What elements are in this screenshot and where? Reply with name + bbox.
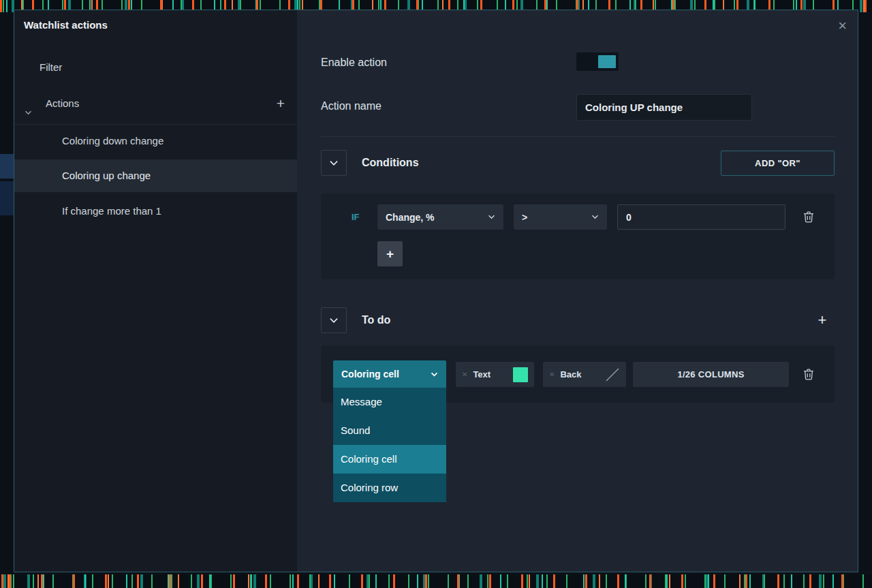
clear-icon: ✕ <box>549 371 555 378</box>
back-color-swatch-empty[interactable] <box>605 367 620 382</box>
condition-value-input[interactable] <box>617 204 785 230</box>
dropdown-option-sound[interactable]: Sound <box>333 416 446 445</box>
divider <box>321 136 835 137</box>
text-color-swatch[interactable] <box>513 367 528 382</box>
chevron-down-icon <box>481 215 495 219</box>
sidebar-item-filter[interactable]: Filter <box>14 57 297 78</box>
add-action-button[interactable]: + <box>277 92 285 115</box>
add-todo-button[interactable]: + <box>810 308 835 332</box>
back-color-button[interactable]: ✕ Back <box>543 362 626 387</box>
chevron-down-icon <box>329 318 339 324</box>
chevron-down-icon <box>329 160 339 166</box>
action-name-input[interactable] <box>576 94 752 121</box>
todo-type-dropdown[interactable]: Coloring cell <box>333 360 446 388</box>
if-label: IF <box>352 204 360 230</box>
chevron-down-icon <box>585 215 599 219</box>
dropdown-option-coloring-cell[interactable]: Coloring cell <box>333 445 446 474</box>
dropdown-option-message[interactable]: Message <box>333 388 446 416</box>
sidebar-group-label: Actions <box>46 92 79 115</box>
todo-type-dropdown-menu: Message Sound Coloring cell Coloring row <box>333 388 446 502</box>
todo-type-value: Coloring cell <box>341 369 399 380</box>
app-background: Watchlist actions Filter Actions + Color… <box>0 0 872 588</box>
chevron-down-icon <box>25 100 32 123</box>
delete-condition-button[interactable] <box>796 204 821 230</box>
conditions-title: Conditions <box>362 150 419 176</box>
dropdown-option-coloring-row[interactable]: Coloring row <box>333 474 446 502</box>
sidebar-group-actions[interactable]: Actions + <box>14 92 297 115</box>
add-condition-button[interactable]: + <box>377 241 403 266</box>
todo-title: To do <box>362 307 390 333</box>
condition-card: IF Change, % > <box>321 194 835 279</box>
background-watchlist-row <box>0 181 15 215</box>
enable-action-label: Enable action <box>321 57 387 69</box>
action-name-label: Action name <box>321 100 382 112</box>
close-icon[interactable]: × <box>838 18 847 33</box>
delete-todo-button[interactable] <box>796 362 821 387</box>
columns-selector-button[interactable]: 1/26 COLUMNS <box>633 362 789 387</box>
dialog-title: Watchlist actions <box>24 19 108 31</box>
sidebar-item-action-selected[interactable]: Coloring up change <box>14 159 297 192</box>
back-color-label: Back <box>560 369 581 380</box>
todo-collapse-button[interactable] <box>321 307 347 333</box>
text-color-label: Text <box>473 369 490 380</box>
add-or-button[interactable]: ADD "OR" <box>721 151 835 176</box>
conditions-collapse-button[interactable] <box>321 150 347 176</box>
condition-field-dropdown[interactable]: Change, % <box>377 204 503 230</box>
enable-action-toggle[interactable] <box>576 52 619 71</box>
sidebar-item-action[interactable]: If change more than 1 <box>14 195 297 228</box>
background-watchlist-row <box>0 154 15 179</box>
sidebar: Watchlist actions Filter Actions + Color… <box>14 10 297 572</box>
todo-card: Coloring cell Message Sound Coloring cel… <box>321 345 835 403</box>
text-color-button[interactable]: ✕ Text <box>456 362 534 387</box>
chevron-down-icon <box>431 372 438 377</box>
toggle-knob <box>598 55 616 68</box>
sidebar-item-action[interactable]: Coloring down change <box>14 124 297 157</box>
condition-field-value: Change, % <box>386 212 435 223</box>
watchlist-actions-dialog: Watchlist actions Filter Actions + Color… <box>14 10 858 572</box>
trash-icon <box>803 369 814 380</box>
trash-icon <box>803 211 814 223</box>
background-chart-ticks-bottom <box>0 574 872 588</box>
clear-icon: ✕ <box>462 371 467 378</box>
condition-operator-dropdown[interactable]: > <box>514 204 607 230</box>
condition-operator-value: > <box>522 212 527 223</box>
